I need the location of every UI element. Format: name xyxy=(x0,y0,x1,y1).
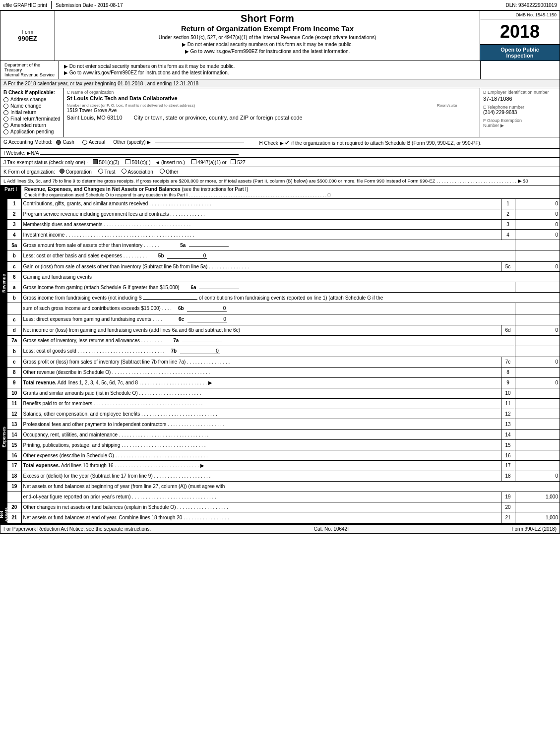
checkbox-501c3 xyxy=(93,159,98,164)
line-amt-7b xyxy=(515,346,560,357)
line-ref-9: 9 xyxy=(501,377,515,388)
table-row: 11 Benefits paid to or for members . . .… xyxy=(7,398,560,409)
line-ref-5c: 5c xyxy=(501,261,515,272)
4947-label: 4947(a)(1) or xyxy=(197,160,226,165)
line-ref-3: 3 xyxy=(501,219,515,230)
table-row: c Gain or (loss) from sale of assets oth… xyxy=(7,261,560,272)
line-amt-20 xyxy=(515,502,560,512)
line-desc-9: Total revenue. Add lines 1, 2, 3, 4, 5c,… xyxy=(21,377,501,388)
section-b: B Check if applicable: Address change Na… xyxy=(0,88,64,137)
city-state-zip: Saint Louis, MO 63110 xyxy=(67,115,123,121)
group-exemption-label: F Group Exemption Number ▶ xyxy=(483,118,557,128)
trust-label: Trust xyxy=(104,169,115,175)
part-i-check-line: Check if the organization used Schedule … xyxy=(24,192,330,197)
expenses-label: Expenses xyxy=(0,368,7,506)
line-num-9: 9 xyxy=(7,377,21,388)
table-row: b Less: cost or other basis and sales ex… xyxy=(7,250,560,261)
accrual-label: Accrual xyxy=(89,139,105,145)
table-row: 12 Salaries, other compensation, and emp… xyxy=(7,409,560,419)
part-i-subtitle: (see the instructions for Part I) xyxy=(182,186,249,192)
section-a: A For the 2018 calendar year, or tax yea… xyxy=(0,79,560,88)
open-to-public: Open to PublicInspection xyxy=(480,45,560,61)
table-row: 4 Investment income . . . . . . . . . . … xyxy=(7,230,560,240)
tax-527-opt: 527 xyxy=(231,160,245,165)
line-amt-19b: 1,000 xyxy=(515,492,560,502)
check-only-one: (check only one) - xyxy=(49,160,88,165)
form-org-label: K Form of organization: xyxy=(3,169,55,175)
corp-label: Corporation xyxy=(66,169,92,175)
part-i-title-text: Revenue, Expenses, and Changes in Net As… xyxy=(24,186,181,192)
line-num-10: 10 xyxy=(7,388,21,398)
room-label: Room/suite xyxy=(437,103,477,108)
checkbox-527 xyxy=(231,159,236,164)
line-desc-12: Salaries, other compensation, and employ… xyxy=(21,409,501,419)
omb-box: OMB No. 1545-1150 xyxy=(480,11,560,19)
initial-return-label: Initial return xyxy=(10,110,36,115)
dept-line1: Department of the xyxy=(4,62,55,67)
tax-501c-opt: 501(c)( ) xyxy=(125,160,152,165)
line-num-15: 15 xyxy=(7,440,21,450)
table-row: sum of such gross income and contributio… xyxy=(7,303,560,314)
tax-exempt-row: J Tax-exempt status (check only one) - 5… xyxy=(0,158,560,167)
line-amt-3: 0 xyxy=(515,219,560,230)
line-num-5a: 5a xyxy=(7,240,21,250)
submission-date: Submission Date - 2019-08-17 xyxy=(56,2,123,8)
header-right-placeholder xyxy=(480,61,560,79)
527-label: 527 xyxy=(237,160,246,165)
check-amended: Amended return xyxy=(3,123,61,128)
line-desc-7b: Less: cost of goods sold . . . . . . . .… xyxy=(21,346,515,357)
table-row: c Less: direct expenses from gaming and … xyxy=(7,314,560,325)
sections-bcd: B Check if applicable: Address change Na… xyxy=(0,88,560,137)
org-name-value: St Louis Civic Tech and Data Collaborati… xyxy=(67,95,477,101)
line-amt-15 xyxy=(515,440,560,450)
line-desc-6b-text: Gross income from fundraising events (no… xyxy=(21,293,560,303)
table-row: end-of-year figure reported on prior yea… xyxy=(7,492,560,502)
subtitle: Under section 501(c), 527, or 4947(a)(1)… xyxy=(60,35,475,40)
radio-trust xyxy=(98,169,103,174)
footer-left: For Paperwork Reduction Act Notice, see … xyxy=(3,526,151,532)
do-not-enter: ▶ Do not enter social security numbers o… xyxy=(60,42,475,47)
line-num-20: 20 xyxy=(7,502,21,512)
line-desc-20: Other changes in net assets or fund bala… xyxy=(21,502,501,512)
line-desc-2: Program service revenue including govern… xyxy=(21,209,501,219)
address-field: Number and street (or P. O. box, if mail… xyxy=(67,103,433,113)
cash-option: Cash xyxy=(56,139,74,145)
line-amt-13 xyxy=(515,419,560,430)
line-desc-15: Printing, publications, postage, and shi… xyxy=(21,440,501,450)
other-label: Other (specify) ▶ xyxy=(113,139,151,145)
dept-info: Department of the Treasury Internal Reve… xyxy=(0,61,59,79)
table-row: 2 Program service revenue including gove… xyxy=(7,209,560,219)
table-row: 8 Other revenue (describe in Schedule O)… xyxy=(7,367,560,377)
phone-label: E Telephone number xyxy=(483,105,557,110)
short-form-title: Short Form xyxy=(60,13,475,24)
group-exemption-text: F Group Exemption xyxy=(483,118,522,123)
ein-value: 37-1871086 xyxy=(483,96,557,102)
line-num-13: 13 xyxy=(7,419,21,430)
line-num-8: 8 xyxy=(7,367,21,377)
line-l: L Add lines 5b, 6c, and 7b to line 9 to … xyxy=(0,177,560,186)
radio-initial-return xyxy=(3,110,8,115)
dept-line2: Treasury xyxy=(4,67,55,72)
line-amt-6c xyxy=(515,314,560,325)
line-amt-7a xyxy=(515,335,560,346)
line-ref-2: 2 xyxy=(501,209,515,219)
line-desc-16: Other expenses (describe in Schedule O) … xyxy=(21,450,501,461)
table-row: 17 Total expenses. Add lines 10 through … xyxy=(7,460,560,471)
address-change-label: Address change xyxy=(10,97,46,102)
table-row: 15 Printing, publications, postage, and … xyxy=(7,440,560,450)
table-row: b Gross income from fundraising events (… xyxy=(7,293,560,303)
line-num-3: 3 xyxy=(7,219,21,230)
line-desc-7a: Gross sales of inventory, less returns a… xyxy=(21,335,515,346)
line-desc-10: Grants and similar amounts paid (list in… xyxy=(21,388,501,398)
line-desc-1: Contributions, gifts, grants, and simila… xyxy=(21,199,501,209)
table-row: 10 Grants and similar amounts paid (list… xyxy=(7,388,560,398)
line-amt-21: 1,000 xyxy=(515,512,560,523)
line-amt-14 xyxy=(515,430,560,440)
line-amt-6b xyxy=(515,303,560,314)
radio-assoc xyxy=(122,169,126,174)
table-row: 19 Net assets or fund balances at beginn… xyxy=(7,481,560,492)
line-ref-15: 15 xyxy=(501,440,515,450)
amended-label: Amended return xyxy=(10,123,46,128)
line-num-6b2 xyxy=(7,303,21,314)
line-num-6: 6 xyxy=(7,272,21,282)
